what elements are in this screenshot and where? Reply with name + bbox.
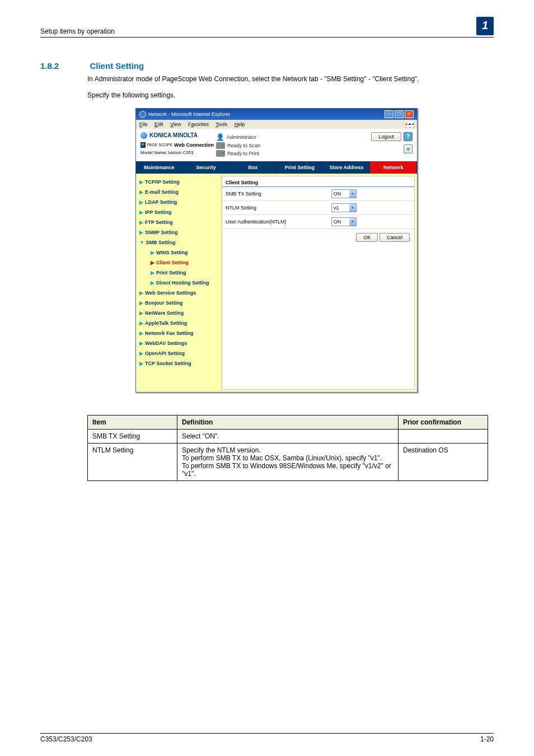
tab-maintenance[interactable]: Maintenance xyxy=(136,161,183,174)
paragraph-2: Specify the following settings. xyxy=(87,91,494,100)
running-head: Setup items by operation xyxy=(40,27,115,35)
menu-view[interactable]: View xyxy=(170,122,181,127)
window-title: Network - Microsoft Internet Explorer xyxy=(148,111,231,117)
row-user-auth-label: User Authentication(NTLM) xyxy=(222,214,328,228)
brand-globe-icon xyxy=(140,132,147,139)
button-row: OK Cancel xyxy=(222,229,414,246)
subbrand: P PAGE SCOPE Web Connection xyxy=(140,142,216,148)
col-definition: Definition xyxy=(177,415,399,429)
nav-web-service[interactable]: ▶Web Service Settings xyxy=(139,288,219,298)
menu-favorites[interactable]: Favorites xyxy=(188,122,209,127)
col-item: Item xyxy=(88,415,177,429)
ok-button[interactable]: OK xyxy=(356,233,378,242)
subbrand-pre: PAGE SCOPE xyxy=(147,143,172,147)
nav-smb-wins[interactable]: ▶WINS Setting xyxy=(139,248,219,258)
cancel-button[interactable]: Cancel xyxy=(380,233,410,242)
page-header: Setup items by operation 1 xyxy=(40,17,494,38)
nav-tcpip[interactable]: ▶TCP/IP Setting xyxy=(139,177,219,187)
printer-status-icon xyxy=(216,150,225,157)
nav-tcp-socket[interactable]: ▶TCP Socket Setting xyxy=(139,358,219,368)
definition-table: Item Definition Prior confirmation SMB T… xyxy=(87,415,488,481)
nav-openapi[interactable]: ▶OpenAPI Setting xyxy=(139,348,219,358)
screenshot-window: Network - Microsoft Internet Explorer – … xyxy=(135,108,418,393)
app-header: KONICA MINOLTA P PAGE SCOPE Web Connecti… xyxy=(136,129,417,161)
table-row: SMB TX Setting Select "ON". xyxy=(88,429,488,443)
status-scan: Ready to Scan xyxy=(227,143,260,148)
content-area: ▶TCP/IP Setting ▶E-mail Setting ▶LDAP Se… xyxy=(136,174,417,392)
cell-def: Specify the NTLM version. To perform SMB… xyxy=(177,443,399,480)
paragraph-1: In Administrator mode of PageScope Web C… xyxy=(87,74,494,84)
left-nav: ▶TCP/IP Setting ▶E-mail Setting ▶LDAP Se… xyxy=(136,174,222,392)
maximize-button[interactable]: □ xyxy=(395,110,404,118)
scanner-status-icon xyxy=(216,142,225,149)
nav-snmp[interactable]: ▶SNMP Setting xyxy=(139,227,219,237)
table-row: NTLM Setting Specify the NTLM version. T… xyxy=(88,443,488,480)
tab-store-address[interactable]: Store Address xyxy=(324,161,371,174)
cell-prior xyxy=(399,429,488,443)
section-number: 1.8.2 xyxy=(40,61,87,71)
tab-security[interactable]: Security xyxy=(183,161,230,174)
cell-def: Select "ON". xyxy=(177,429,399,443)
nav-ldap[interactable]: ▶LDAP Setting xyxy=(139,197,219,207)
footer-left: C353/C253/C203 xyxy=(40,735,92,743)
ie-throbber-icon xyxy=(406,121,414,128)
minimize-button[interactable]: – xyxy=(385,110,394,118)
nav-network-fax[interactable]: ▶Network Fax Setting xyxy=(139,328,219,338)
brand: KONICA MINOLTA xyxy=(140,132,216,139)
chevron-down-icon: ▾ xyxy=(349,190,356,198)
nav-webdav[interactable]: ▶WebDAV Settings xyxy=(139,338,219,348)
ntlm-select[interactable]: v1 ▾ xyxy=(331,203,357,212)
cell-item: NTLM Setting xyxy=(88,443,177,480)
nav-smb[interactable]: ▼ SMB Setting xyxy=(139,237,219,248)
window-titlebar: Network - Microsoft Internet Explorer – … xyxy=(136,109,417,120)
row-smb-tx-label: SMB TX Setting xyxy=(222,187,328,201)
nav-ftp[interactable]: ▶FTP Setting xyxy=(139,217,219,227)
menu-help[interactable]: Help xyxy=(235,122,245,127)
menu-file[interactable]: File xyxy=(139,122,148,127)
chapter-badge: 1 xyxy=(476,17,494,35)
pane-title: Client Setting xyxy=(222,176,414,187)
user-auth-select[interactable]: ON ▾ xyxy=(331,217,357,226)
nav-smb-client[interactable]: ▶Client Setting xyxy=(139,258,219,268)
help-button[interactable]: ? xyxy=(404,132,413,141)
window-controls: – □ × xyxy=(385,110,414,118)
chevron-down-icon: ▾ xyxy=(349,218,356,226)
nav-netware[interactable]: ▶NetWare Setting xyxy=(139,308,219,318)
pagescope-icon: P xyxy=(140,142,146,148)
close-button[interactable]: × xyxy=(405,110,414,118)
menubar: File Edit View Favorites Tools Help xyxy=(136,120,417,129)
col-prior: Prior confirmation xyxy=(399,415,488,429)
nav-email[interactable]: ▶E-mail Setting xyxy=(139,187,219,197)
subbrand-text: Web Connection xyxy=(174,142,214,148)
menu-edit[interactable]: Edit xyxy=(154,122,163,127)
tab-network[interactable]: Network xyxy=(370,161,417,174)
footer-right: 1-20 xyxy=(480,735,494,743)
smb-tx-select[interactable]: ON ▾ xyxy=(331,189,357,198)
main-tabs: Maintenance Security Box Print Setting S… xyxy=(136,161,417,174)
chevron-down-icon: ▾ xyxy=(349,204,356,212)
settings-table: SMB TX Setting ON ▾ NTLM Setting v xyxy=(222,187,414,229)
cell-prior: Destination OS xyxy=(399,443,488,480)
nav-smb-direct-hosting[interactable]: ▶Direct Hosting Setting xyxy=(139,278,219,288)
cell-item: SMB TX Setting xyxy=(88,429,177,443)
page-footer: C353/C253/C203 1-20 xyxy=(40,733,494,743)
nav-bonjour[interactable]: ▶Bonjour Setting xyxy=(139,298,219,308)
row-ntlm-label: NTLM Setting xyxy=(222,200,328,214)
section-title: Client Setting xyxy=(90,61,144,71)
admin-icon: 👤 xyxy=(216,133,224,141)
menu-tools[interactable]: Tools xyxy=(216,122,227,127)
status-print: Ready to Print xyxy=(227,151,259,156)
logout-button[interactable]: Logout xyxy=(371,132,401,141)
tab-box[interactable]: Box xyxy=(229,161,277,174)
tab-print-setting[interactable]: Print Setting xyxy=(277,161,324,174)
nav-ipp[interactable]: ▶IPP Setting xyxy=(139,207,219,217)
refresh-button[interactable]: ◈ xyxy=(404,144,413,153)
nav-smb-print[interactable]: ▶Print Setting xyxy=(139,268,219,278)
ie-icon xyxy=(139,111,146,118)
user-role: Administrator xyxy=(227,134,256,140)
nav-appletalk[interactable]: ▶AppleTalk Setting xyxy=(139,318,219,328)
model-name: Model Name: bizhub C353 xyxy=(140,150,216,155)
settings-pane: Client Setting SMB TX Setting ON ▾ NTLM … xyxy=(222,176,415,390)
brand-text: KONICA MINOLTA xyxy=(149,132,198,138)
